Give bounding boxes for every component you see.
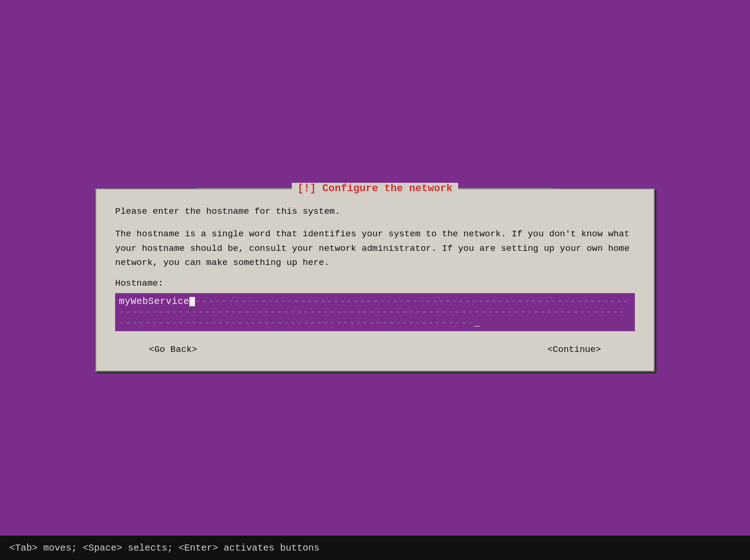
status-bar-text: <Tab> moves; <Space> selects; <Enter> ac… bbox=[9, 543, 320, 553]
continue-button[interactable]: <Continue> bbox=[542, 342, 607, 357]
dialog-title-bar: [!] Configure the network bbox=[198, 183, 552, 194]
go-back-button[interactable]: <Go Back> bbox=[143, 342, 203, 357]
screen: [!] Configure the network Please enter t… bbox=[0, 0, 750, 560]
description-line2: The hostname is a single word that ident… bbox=[115, 227, 635, 270]
title-line-left bbox=[198, 188, 292, 189]
input-dashes: ----------------------------------------… bbox=[119, 296, 629, 328]
dialog-content: Please enter the hostname for this syste… bbox=[96, 189, 654, 371]
bottom-status-bar: <Tab> moves; <Space> selects; <Enter> ac… bbox=[0, 536, 750, 560]
dialog-title: [!] Configure the network bbox=[292, 183, 458, 194]
text-cursor bbox=[189, 297, 195, 306]
hostname-value: myWebService bbox=[119, 296, 189, 307]
buttons-row: <Go Back> <Continue> bbox=[115, 342, 635, 357]
hostname-label: Hostname: bbox=[115, 278, 635, 288]
hostname-input-display[interactable]: myWebService----------------------------… bbox=[119, 296, 629, 328]
hostname-input-row[interactable]: myWebService----------------------------… bbox=[115, 293, 635, 331]
dialog-box: [!] Configure the network Please enter t… bbox=[95, 188, 655, 372]
description-line1: Please enter the hostname for this syste… bbox=[115, 204, 635, 218]
title-line-right bbox=[458, 188, 552, 189]
